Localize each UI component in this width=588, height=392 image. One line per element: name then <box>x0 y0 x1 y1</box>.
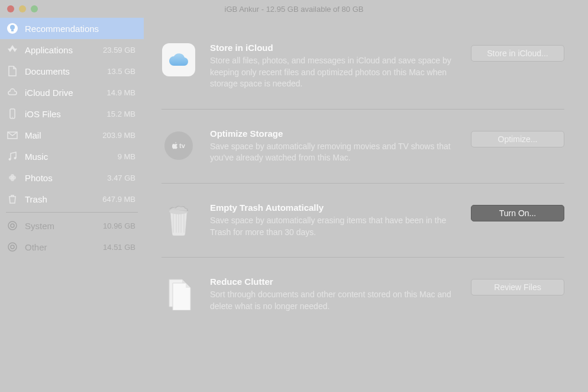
gear-icon <box>6 240 19 253</box>
trash-icon <box>6 192 19 205</box>
sidebar-item-label: Photos <box>25 173 101 183</box>
svg-point-4 <box>12 117 13 118</box>
svg-point-7 <box>14 157 17 159</box>
recommendation-reduce-clutter: Reduce ClutterSort through documents and… <box>161 257 564 331</box>
svg-point-11 <box>11 178 14 181</box>
minimize-button[interactable] <box>19 5 26 12</box>
music-icon <box>6 150 19 163</box>
sidebar-item-label: Trash <box>25 194 96 204</box>
app-icon <box>6 43 19 56</box>
recommendation-title: Reduce Clutter <box>210 277 457 287</box>
sidebar-item-size: 23.59 GB <box>103 46 135 54</box>
sidebar-item-mail[interactable]: Mail203.9 MB <box>0 124 144 146</box>
svg-point-13 <box>11 224 14 227</box>
sidebar-item-size: 3.47 GB <box>107 173 135 182</box>
mail-icon <box>6 128 19 142</box>
sidebar-item-size: 647.9 MB <box>102 195 135 204</box>
sidebar-item-ios-files[interactable]: iOS Files15.2 MB <box>0 103 144 124</box>
close-button[interactable] <box>7 5 14 12</box>
recommendation-desc: Save space by automatically removing mov… <box>210 141 457 164</box>
recommendation-desc: Save space by automatically erasing item… <box>210 215 457 238</box>
recommendation-text: Reduce ClutterSort through documents and… <box>210 277 457 312</box>
sidebar-item-size: 15.2 MB <box>107 110 135 118</box>
svg-point-6 <box>9 158 11 160</box>
sidebar-item-label: Recommendations <box>25 24 130 34</box>
recommendation-text: Optimize StorageSave space by automatica… <box>210 128 457 164</box>
recommendation-text: Store in iCloudStore all files, photos, … <box>210 43 457 90</box>
doc-icon <box>6 65 19 78</box>
sidebar-item-system[interactable]: System10.96 GB <box>0 215 144 236</box>
reduce-clutter-button[interactable]: Review Files <box>471 279 564 295</box>
trashbin-icon <box>161 203 196 237</box>
icloud-icon <box>161 43 196 77</box>
recommendation-optimize-storage: tvOptimize StorageSave space by automati… <box>161 109 564 183</box>
recommendation-store-in-icloud: Store in iCloudStore all files, photos, … <box>161 24 564 109</box>
bulb-icon <box>6 22 19 35</box>
sidebar-item-size: 10.96 GB <box>103 221 135 230</box>
sidebar-item-documents[interactable]: Documents13.5 GB <box>0 60 144 82</box>
sidebar-item-label: Documents <box>25 66 101 76</box>
sidebar-item-size: 14.9 MB <box>107 88 135 97</box>
gear-icon <box>6 219 19 232</box>
recommendation-text: Empty Trash AutomaticallySave space by a… <box>210 203 457 238</box>
main-panel: Store in iCloudStore all files, photos, … <box>144 18 588 392</box>
sidebar: RecommendationsApplications23.59 GBDocum… <box>0 18 144 392</box>
sidebar-item-size: 13.5 GB <box>107 67 135 76</box>
sidebar-item-trash[interactable]: Trash647.9 MB <box>0 188 144 210</box>
maximize-button[interactable] <box>31 5 38 12</box>
appletv-icon: tv <box>161 128 196 163</box>
svg-point-15 <box>11 245 14 249</box>
svg-rect-2 <box>11 30 14 31</box>
svg-point-12 <box>8 221 17 230</box>
recommendation-title: Empty Trash Automatically <box>210 203 457 213</box>
svg-point-1 <box>10 25 15 30</box>
photos-icon <box>6 171 19 184</box>
sidebar-item-label: iOS Files <box>25 109 101 119</box>
sidebar-item-size: 14.51 GB <box>103 243 135 252</box>
sidebar-item-label: Music <box>25 152 112 162</box>
traffic-lights <box>7 5 38 12</box>
sidebar-item-label: System <box>25 221 97 231</box>
sidebar-item-applications[interactable]: Applications23.59 GB <box>0 39 144 60</box>
sidebar-item-label: Other <box>25 242 97 252</box>
sidebar-divider <box>6 212 138 213</box>
sidebar-item-music[interactable]: Music9 MB <box>0 146 144 167</box>
sidebar-item-recommendations[interactable]: Recommendations <box>0 18 144 39</box>
sidebar-item-label: Applications <box>25 45 97 55</box>
recommendation-title: Optimize Storage <box>210 128 457 139</box>
recommendation-title: Store in iCloud <box>210 43 457 53</box>
store-in-icloud-button[interactable]: Store in iCloud... <box>471 45 564 62</box>
titlebar: iGB Ankur - 12.95 GB available of 80 GB <box>0 0 588 18</box>
empty-trash-automatically-button[interactable]: Turn On... <box>471 205 564 221</box>
sidebar-item-icloud-drive[interactable]: iCloud Drive14.9 MB <box>0 82 144 103</box>
sidebar-item-size: 9 MB <box>118 152 135 161</box>
optimize-storage-button[interactable]: Optimize... <box>471 131 564 147</box>
recommendation-desc: Store all files, photos, and messages in… <box>210 55 457 90</box>
recommendation-empty-trash-automatically: Empty Trash AutomaticallySave space by a… <box>161 183 564 257</box>
sidebar-item-photos[interactable]: Photos3.47 GB <box>0 167 144 188</box>
sidebar-item-label: iCloud Drive <box>25 88 101 98</box>
sidebar-item-size: 203.9 MB <box>102 131 135 140</box>
svg-point-14 <box>8 243 17 251</box>
phone-icon <box>6 107 19 120</box>
window-title: iGB Ankur - 12.95 GB available of 80 GB <box>0 5 588 14</box>
sidebar-item-other[interactable]: Other14.51 GB <box>0 236 144 258</box>
cloud-icon <box>6 86 19 99</box>
svg-point-10 <box>11 174 14 178</box>
docs-icon <box>161 277 196 311</box>
sidebar-item-label: Mail <box>25 130 96 140</box>
recommendation-desc: Sort through documents and other content… <box>210 289 457 312</box>
